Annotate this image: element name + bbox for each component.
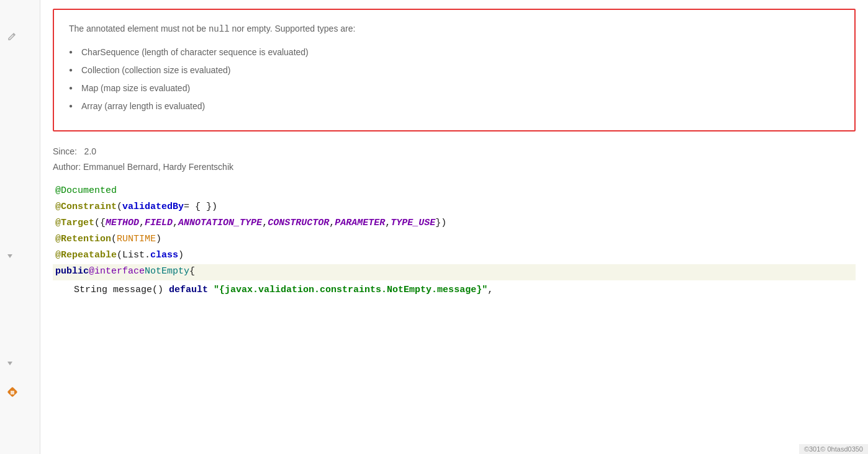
string-type: String message() <box>74 285 169 295</box>
since-value: 2.0 <box>84 146 96 156</box>
collapse-documented-icon[interactable] <box>6 252 14 262</box>
code-line-public-interface: public @interface NotEmpty { <box>53 264 856 280</box>
target-method: METHOD <box>106 216 139 231</box>
target-constructor: CONSTRUCTOR <box>268 216 329 231</box>
constraint-annotation: @Constraint <box>55 200 117 215</box>
notEmpty-classname: NotEmpty <box>145 264 189 279</box>
target-field: FIELD <box>145 216 173 231</box>
code-line-message: String message() default "{javax.validat… <box>53 283 856 299</box>
retention-annotation: @Retention <box>55 232 111 247</box>
doc-list-item: Map (map size is evaluated) <box>69 82 839 95</box>
since-line: Since: 2.0 <box>53 144 856 159</box>
class-keyword: class <box>150 248 178 263</box>
main-container: The annotated element must not be null n… <box>0 0 868 454</box>
public-keyword: public <box>55 264 89 279</box>
doc-intro-text: The annotated element must not be null n… <box>69 22 839 36</box>
at-interface-keyword: @interface <box>89 264 145 279</box>
doc-list-item: Collection (collection size is evaluated… <box>69 64 839 77</box>
doc-list: CharSequence (length of character sequen… <box>69 46 839 113</box>
left-gutter <box>0 0 40 454</box>
svg-marker-1 <box>7 362 12 365</box>
target-type-use: TYPE_USE <box>391 216 435 231</box>
target-annotation-type: ANNOTATION_TYPE <box>178 216 262 231</box>
meta-section: Since: 2.0 Author: Emmanuel Bernard, Har… <box>53 144 856 175</box>
code-section: @Documented @Constraint(validatedBy = { … <box>53 184 856 299</box>
watermark: ©301© 0htasd0350 <box>799 444 868 454</box>
repeatable-annotation: @Repeatable <box>55 248 117 263</box>
content-area: The annotated element must not be null n… <box>40 0 868 454</box>
documented-annotation: @Documented <box>55 184 117 198</box>
target-parameter: PARAMETER <box>335 216 385 231</box>
message-default-value: "{javax.validation.constraints.NotEmpty.… <box>214 285 487 295</box>
author-line: Author: Emmanuel Bernard, Hardy Ferentsc… <box>53 159 856 175</box>
collapse-repeatable-icon[interactable] <box>6 360 14 370</box>
runtime-value: RUNTIME <box>117 232 156 247</box>
svg-marker-0 <box>7 254 12 258</box>
code-line-retention: @Retention(RUNTIME) <box>53 232 856 248</box>
default-keyword: default <box>169 285 208 295</box>
code-line-repeatable: @Repeatable(List.class) <box>53 248 856 264</box>
svg-rect-2 <box>7 387 18 398</box>
code-line-documented: @Documented <box>53 184 856 200</box>
target-annotation: @Target <box>55 216 94 231</box>
code-line-target: @Target({ METHOD, FIELD, ANNOTATION_TYPE… <box>53 216 856 232</box>
since-label: Since: <box>53 146 84 156</box>
author-value: Emmanuel Bernard, Hardy Ferentschik <box>83 162 233 172</box>
documentation-box: The annotated element must not be null n… <box>53 9 856 131</box>
author-label: Author: <box>53 162 83 172</box>
warning-icon[interactable] <box>6 386 19 401</box>
code-line-constraint: @Constraint(validatedBy = { }) <box>53 200 856 216</box>
doc-list-item: Array (array length is evaluated) <box>69 100 839 113</box>
pencil-icon <box>7 32 16 44</box>
validatedby-param: validatedBy <box>122 200 184 215</box>
doc-list-item: CharSequence (length of character sequen… <box>69 46 839 59</box>
